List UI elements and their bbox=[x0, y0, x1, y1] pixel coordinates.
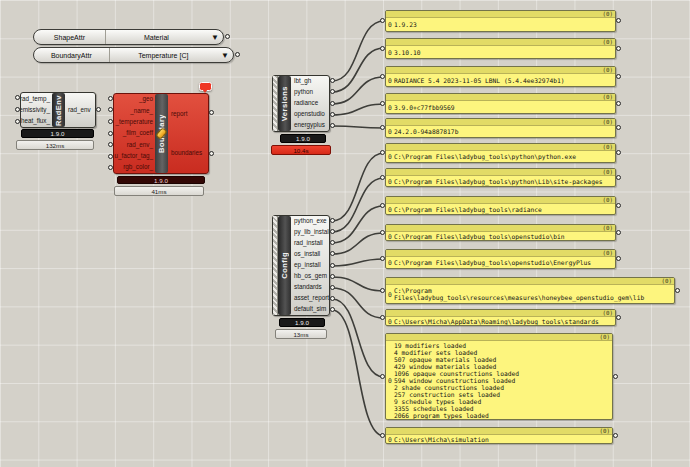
input-port-nub[interactable] bbox=[108, 119, 113, 124]
input-port-nub[interactable] bbox=[380, 374, 385, 379]
output-port-nub[interactable] bbox=[616, 203, 621, 208]
panel-item-count: (0) bbox=[603, 310, 613, 316]
dropdown-arrow-icon[interactable]: ▼ bbox=[207, 30, 223, 44]
component-radenv[interactable]: rad_temp_emissivity_heat_flux_RadEnvrad_… bbox=[20, 92, 96, 128]
wire[interactable] bbox=[332, 233, 384, 254]
output-port-nub[interactable] bbox=[616, 74, 621, 79]
wire[interactable] bbox=[332, 48, 384, 92]
output-port-nub[interactable] bbox=[616, 315, 621, 320]
output-port-label: energyplus bbox=[294, 122, 325, 128]
data-panel[interactable]: (0)0C:\Program Files\ladybug_tools\pytho… bbox=[385, 143, 616, 163]
value-list-selected-value[interactable]: Material bbox=[106, 30, 207, 44]
output-port-nub[interactable] bbox=[613, 374, 618, 379]
input-port-nub[interactable] bbox=[108, 154, 113, 159]
input-port-nub[interactable] bbox=[380, 315, 385, 320]
error-balloon-icon[interactable] bbox=[199, 82, 212, 91]
input-port-nub[interactable] bbox=[380, 256, 385, 261]
input-port-nub[interactable] bbox=[380, 433, 385, 438]
input-port-nub[interactable] bbox=[380, 101, 385, 106]
input-port-nub[interactable] bbox=[380, 46, 385, 51]
input-port-nub[interactable] bbox=[15, 119, 20, 124]
output-port-nub[interactable] bbox=[235, 52, 240, 57]
value-list-boundaryattr[interactable]: BoundaryAttrTemperature [C]▼ bbox=[33, 47, 234, 63]
output-port-nub[interactable] bbox=[616, 46, 621, 51]
component-name-bar[interactable]: Versions bbox=[278, 76, 291, 131]
output-port-nub[interactable] bbox=[616, 175, 621, 180]
output-port-nub[interactable] bbox=[616, 256, 621, 261]
output-port-nub[interactable] bbox=[616, 18, 621, 23]
value-list-selected-value[interactable]: Temperature [C] bbox=[110, 48, 217, 62]
input-port-nub[interactable] bbox=[380, 74, 385, 79]
panel-text: 1.9.23 bbox=[394, 20, 615, 29]
panel-item-count: (0) bbox=[603, 119, 613, 125]
data-panel[interactable]: (0)0C:\Program Files\ladybug_tools\opens… bbox=[385, 224, 616, 241]
output-port-nub[interactable] bbox=[225, 34, 230, 39]
output-port-nub[interactable] bbox=[330, 229, 335, 234]
output-port-nub[interactable] bbox=[330, 285, 335, 290]
data-panel[interactable]: (0)03.9.0+c77fbb9569 bbox=[385, 93, 616, 114]
output-port-nub[interactable] bbox=[330, 274, 335, 279]
component-name-bar[interactable]: RadEnv bbox=[52, 93, 65, 127]
input-port-nub[interactable] bbox=[380, 230, 385, 235]
data-panel[interactable]: (0)019 modifiers loaded4 modifier sets l… bbox=[385, 333, 613, 420]
input-port-nub[interactable] bbox=[380, 175, 385, 180]
output-port-nub[interactable] bbox=[616, 101, 621, 106]
wire[interactable] bbox=[332, 153, 384, 221]
output-port-nub[interactable] bbox=[675, 288, 680, 293]
output-port-nub[interactable] bbox=[209, 151, 214, 156]
runtime-badge: 132ms bbox=[16, 140, 94, 150]
output-port-label: os_install bbox=[294, 251, 320, 257]
output-port-nub[interactable] bbox=[96, 107, 101, 112]
output-port-nub[interactable] bbox=[613, 433, 618, 438]
panel-header: (0) bbox=[386, 197, 615, 204]
output-port-nub[interactable] bbox=[330, 218, 335, 223]
input-port-nub[interactable] bbox=[15, 107, 20, 112]
data-panel[interactable]: (0)0C:\Program Files\ladybug_tools\resou… bbox=[385, 277, 675, 304]
input-port-label: _temperature bbox=[116, 119, 153, 125]
wire[interactable] bbox=[332, 21, 384, 81]
wire[interactable] bbox=[332, 126, 384, 128]
data-panel[interactable]: (0)01.9.23 bbox=[385, 10, 616, 32]
output-port-nub[interactable] bbox=[616, 125, 621, 130]
input-port-nub[interactable] bbox=[380, 18, 385, 23]
output-port-nub[interactable] bbox=[616, 150, 621, 155]
wire[interactable] bbox=[332, 206, 384, 243]
panel-header: (0) bbox=[386, 428, 612, 435]
component-name-bar[interactable]: Config bbox=[278, 216, 291, 315]
data-panel[interactable]: (0)0C:\Program Files\ladybug_tools\pytho… bbox=[385, 168, 616, 187]
output-port-label: python bbox=[294, 89, 313, 95]
component-name-bar[interactable]: Boundary bbox=[155, 94, 168, 173]
input-port-nub[interactable] bbox=[380, 288, 385, 293]
output-port-nub[interactable] bbox=[330, 78, 335, 83]
value-list-shapeattr[interactable]: ShapeAttrMaterial▼ bbox=[33, 29, 224, 45]
panel-body: 0C:\Program Files\ladybug_tools\openstud… bbox=[386, 232, 615, 241]
data-panel[interactable]: (0)0C:\Program Files\ladybug_tools\opens… bbox=[385, 249, 616, 269]
output-port-nub[interactable] bbox=[616, 230, 621, 235]
wire[interactable] bbox=[332, 104, 384, 115]
input-port-nub[interactable] bbox=[108, 131, 113, 136]
input-port-nub[interactable] bbox=[380, 125, 385, 130]
input-port-nub[interactable] bbox=[380, 203, 385, 208]
component-boundary[interactable]: _geo_name__temperature_film_coeffrad_env… bbox=[113, 93, 209, 174]
dropdown-arrow-icon[interactable]: ▼ bbox=[217, 48, 233, 62]
data-panel[interactable]: (0)0RADIANCE 5.4 2023-11-05 LBNL (5.4.4e… bbox=[385, 66, 616, 87]
outputs-column: rad_env bbox=[65, 93, 95, 127]
data-panel[interactable]: (0)0C:\Users\Micha\AppData\Roaming\ladyb… bbox=[385, 309, 616, 326]
output-port-nub[interactable] bbox=[330, 101, 335, 106]
input-port-nub[interactable] bbox=[15, 95, 20, 100]
grasshopper-canvas[interactable]: ShapeAttrMaterial▼BoundaryAttrTemperatur… bbox=[0, 0, 690, 467]
input-port-nub[interactable] bbox=[108, 96, 113, 101]
component-versions[interactable]: Versionslbt_ghpythonradianceopenstudioen… bbox=[272, 75, 330, 132]
component-config[interactable]: Configpython_exepy_lib_installrad_instal… bbox=[272, 215, 330, 316]
input-port-nub[interactable] bbox=[380, 150, 385, 155]
panel-header: (0) bbox=[386, 67, 615, 74]
data-panel[interactable]: (0)0C:\Program Files\ladybug_tools\radia… bbox=[385, 196, 616, 215]
output-port-nub[interactable] bbox=[330, 263, 335, 268]
output-port-nub[interactable] bbox=[330, 112, 335, 117]
data-panel[interactable]: (0)024.2.0-94a887817b bbox=[385, 118, 616, 138]
wire[interactable] bbox=[332, 259, 384, 266]
data-panel[interactable]: (0)03.10.10 bbox=[385, 38, 616, 59]
wire[interactable] bbox=[332, 310, 384, 436]
data-panel[interactable]: (0)0C:\Users\Micha\simulation bbox=[385, 427, 613, 444]
wire[interactable] bbox=[332, 299, 384, 377]
